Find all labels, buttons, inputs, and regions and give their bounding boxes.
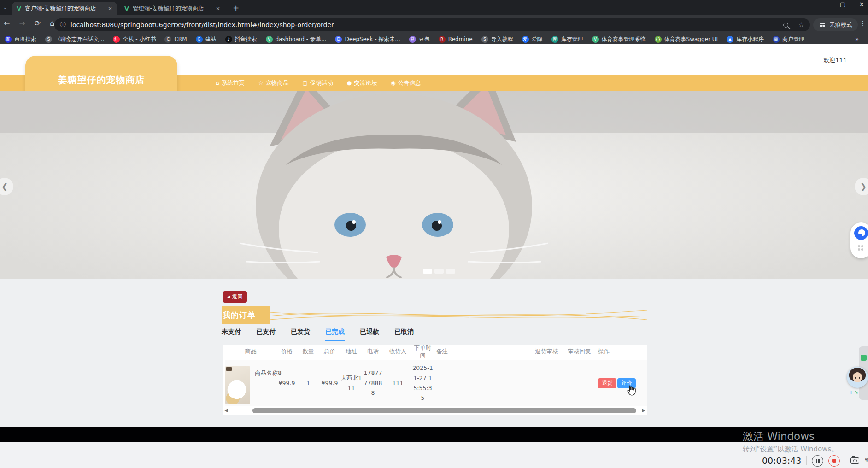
annotate-pen-icon[interactable]: ✎ (864, 456, 868, 466)
nav-menu-item[interactable]: ◉ 公告信息 (388, 79, 423, 87)
bookmark-item[interactable]: {} 体育赛事Swagger UI (655, 35, 718, 43)
bookmark-item[interactable]: 豆 豆包 (409, 35, 430, 43)
orders-table: 商品价格数量总价地址电话收货人下单时间备注退货审核审核回复操作 商品名称8 ¥9… (223, 345, 647, 415)
browser-tab-client[interactable]: V 客户端-姜糖望仔的宠物商店 ✕ (12, 2, 117, 15)
scroll-left-icon[interactable]: ◀ (223, 408, 229, 413)
order-status-tab[interactable]: 已完成 (325, 328, 345, 341)
site-logo-text: 姜糖望仔的宠物商店 (58, 74, 145, 86)
order-status-tab-label: 已退款 (360, 328, 379, 335)
nav-menu-item[interactable]: ▢ 促销活动 (299, 79, 335, 87)
bookmark-item[interactable]: S 《聊斋志异白话文... (45, 35, 104, 43)
scrollbar-track[interactable] (229, 408, 640, 413)
bookmark-favicon: 爱 (522, 36, 529, 43)
bookmark-star-icon[interactable]: ☆ (798, 21, 804, 29)
order-status-tab-label: 未支付 (222, 328, 241, 335)
carousel-dot[interactable] (446, 269, 455, 274)
nav-menu-item[interactable]: ☆ 宠物商品 (256, 79, 292, 87)
bookmark-item[interactable]: ♪ 抖音搜索 (225, 35, 257, 43)
bookmark-item[interactable]: ▲ 库存小程序 (727, 35, 764, 43)
incognito-icon (819, 22, 826, 28)
column-header: 下单时间 (412, 344, 434, 360)
carousel-dot[interactable] (423, 269, 432, 274)
nav-menu-item[interactable]: ⌂ 系统首页 (213, 79, 247, 87)
tab-close-icon[interactable]: ✕ (216, 6, 220, 12)
bookmark-item[interactable]: G 建站 (196, 35, 217, 43)
bookmark-favicon: {} (655, 36, 662, 43)
nav-item-icon: ▢ (302, 80, 307, 86)
receiver-cell: 111 (384, 378, 412, 388)
cat-photo (0, 91, 868, 279)
price-cell: ¥99.9 (276, 378, 298, 388)
actions-cell: 退货 评价 (594, 378, 647, 388)
tab-title: 管理端-姜糖望仔的宠物商店 (133, 5, 212, 12)
avatar-arrows-icon: ✛ ➘ (849, 390, 858, 395)
browser-menu-icon[interactable]: ⋮ (860, 20, 866, 27)
bookmark-item[interactable]: 百 百度搜索 (5, 35, 36, 43)
bookmark-favicon: 百 (5, 36, 12, 43)
bookmark-item[interactable]: V dashboard - 录单... (266, 35, 327, 43)
column-header: 审核回复 (564, 348, 594, 356)
browser-tab-admin[interactable]: V 管理端-姜糖望仔的宠物商店 ✕ (120, 2, 225, 15)
maximize-button[interactable]: ▢ (840, 1, 845, 8)
assistant-avatar[interactable] (847, 367, 868, 388)
screenshot-camera-icon[interactable] (850, 457, 859, 464)
order-status-tab[interactable]: 已取消 (394, 328, 414, 341)
bookmark-item[interactable]: 红 全栈 - 小红书 (113, 35, 156, 43)
new-tab-button[interactable]: + (233, 3, 239, 12)
order-status-tab[interactable]: 未支付 (222, 328, 241, 341)
nav-menu-item[interactable]: ● 交流论坛 (344, 79, 380, 87)
bookmark-favicon: 红 (113, 36, 120, 43)
assistant-floating-pill[interactable] (850, 222, 868, 258)
side-tool-green-icon[interactable] (861, 355, 867, 361)
bookmark-item[interactable]: C CRM (164, 36, 187, 43)
home-button[interactable]: ⌂ (50, 19, 54, 28)
bookmark-label: 爱降 (532, 35, 543, 43)
incognito-chip[interactable]: 无痕模式 (813, 18, 858, 31)
scroll-right-icon[interactable]: ▶ (640, 408, 647, 413)
bookmark-label: 建站 (205, 35, 217, 43)
back-button[interactable]: ← (4, 19, 10, 28)
bookmarks-overflow-icon[interactable]: » (855, 35, 864, 42)
scrollbar-thumb[interactable] (252, 408, 636, 413)
close-button[interactable]: ✕ (859, 1, 864, 8)
url-text[interactable]: localhost:8080/springbootu6gerrx9/front/… (70, 21, 783, 29)
column-header: 电话 (362, 348, 384, 356)
reload-button[interactable]: ⟳ (35, 19, 41, 28)
stop-recording-button[interactable] (828, 455, 840, 467)
bookmark-favicon: 豆 (409, 36, 416, 43)
product-image[interactable] (225, 366, 250, 404)
pause-recording-button[interactable] (812, 455, 823, 467)
zoom-icon[interactable] (783, 23, 788, 28)
minimize-button[interactable]: — (820, 1, 826, 8)
table-horizontal-scrollbar[interactable]: ◀ ▶ (223, 406, 647, 415)
welcome-user-label: 欢迎111 (823, 56, 847, 64)
column-header: 价格 (276, 348, 298, 356)
bookmark-favicon: S (481, 36, 488, 43)
bookmark-item[interactable]: R Redmine (439, 36, 473, 43)
bookmark-item[interactable]: 商 商户管理 (773, 35, 804, 43)
column-header: 备注 (434, 348, 451, 356)
order-status-tab[interactable]: 已发货 (291, 328, 310, 341)
order-status-tab[interactable]: 已退款 (360, 328, 379, 341)
back-to-previous-button[interactable]: ◀ 返回 (223, 291, 247, 303)
bookmark-item[interactable]: D DeepSeek - 探索未... (335, 35, 400, 43)
url-bar[interactable]: ⓘ localhost:8080/springbootu6gerrx9/fron… (54, 18, 810, 31)
tab-search-icon[interactable]: ⌄ (3, 4, 8, 11)
order-action-button[interactable]: 退货 (598, 378, 616, 388)
site-info-icon[interactable]: ⓘ (60, 21, 66, 29)
bookmark-item[interactable]: 爱 爱降 (522, 35, 543, 43)
bookmark-item[interactable]: V 体育赛事管理系统 (592, 35, 646, 43)
screen-recorder-toolbar: 00:03:43 ✎ (754, 454, 868, 467)
vue-favicon-icon: V (124, 5, 129, 12)
bookmark-item[interactable]: 库 库存管理 (551, 35, 583, 43)
order-status-tab-label: 已取消 (394, 328, 414, 335)
forward-button[interactable]: → (19, 19, 25, 28)
desktop-strip (0, 442, 868, 468)
assistant-logo-icon[interactable] (854, 226, 868, 240)
assistant-drag-dots-icon[interactable] (857, 245, 864, 251)
tab-close-icon[interactable]: ✕ (108, 6, 112, 12)
recorder-drag-handle[interactable] (754, 457, 757, 464)
carousel-dot[interactable] (434, 269, 444, 274)
bookmark-item[interactable]: S 导入教程 (481, 35, 513, 43)
order-status-tab[interactable]: 已支付 (256, 328, 276, 341)
